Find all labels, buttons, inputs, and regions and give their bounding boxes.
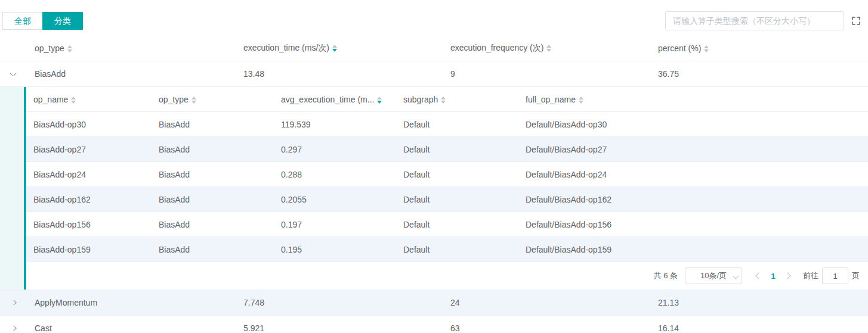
- column-detail-op-type-label: op_type: [159, 95, 189, 104]
- detail-row: BiasAdd-op27 BiasAdd 0.297 Default Defau…: [26, 137, 868, 162]
- expand-row-icon[interactable]: [10, 300, 16, 305]
- sort-carets-execution-time[interactable]: [332, 45, 337, 52]
- table-row-applymomentum: ApplyMomentum 7.748 24 21.13: [0, 290, 868, 316]
- next-page-button[interactable]: [780, 267, 795, 284]
- view-tabs: 全部 分类: [2, 12, 83, 30]
- column-execution-time-label: execution_time (ms/次): [243, 43, 329, 52]
- op-name-value: BiasAdd-op159: [26, 245, 152, 254]
- tab-all[interactable]: 全部: [2, 12, 43, 30]
- op-type-value: BiasAdd: [152, 145, 274, 154]
- search-box: [665, 11, 844, 30]
- column-op-name-label: op_name: [33, 95, 68, 104]
- goto-label: 前往: [803, 270, 818, 281]
- subgraph-value: Default: [396, 145, 518, 154]
- op-type-value: BiasAdd: [152, 170, 274, 179]
- op-type-value: ApplyMomentum: [26, 298, 235, 307]
- detail-row: BiasAdd-op159 BiasAdd 0.195 Default Defa…: [26, 237, 868, 262]
- toolbar: 全部 分类: [0, 0, 868, 36]
- avg-execution-time-value: 0.195: [274, 245, 396, 254]
- op-type-value: BiasAdd: [152, 220, 274, 229]
- tab-category[interactable]: 分类: [42, 12, 83, 30]
- column-percent[interactable]: percent (%): [650, 43, 868, 53]
- goto-page-input[interactable]: [822, 267, 848, 284]
- column-subgraph[interactable]: subgraph: [396, 95, 518, 104]
- sort-carets-op-name[interactable]: [71, 97, 76, 104]
- sort-carets-avg-execution-time[interactable]: [377, 97, 382, 104]
- sort-carets-subgraph[interactable]: [441, 97, 446, 104]
- op-type-table: op_type execution_time (ms/次) execution_…: [0, 36, 868, 333]
- op-name-value: BiasAdd-op24: [26, 170, 152, 179]
- prev-page-button[interactable]: [752, 267, 766, 284]
- subgraph-value: Default: [396, 195, 518, 204]
- page-size-value: 10条/页: [700, 270, 727, 281]
- op-name-value: BiasAdd-op27: [26, 145, 152, 154]
- execution-time-value: 7.748: [235, 298, 442, 307]
- full-op-name-value: Default/BiasAdd-op159: [518, 245, 868, 254]
- pagination: 共 6 条 10条/页 1 前往 页: [26, 262, 868, 290]
- op-type-value: Cast: [26, 323, 235, 333]
- detail-row: BiasAdd-op30 BiasAdd 119.539 Default Def…: [26, 112, 868, 137]
- fullscreen-icon[interactable]: [851, 16, 861, 26]
- percent-value: 21.13: [650, 298, 868, 307]
- avg-execution-time-value: 0.297: [274, 145, 396, 154]
- expand-row-icon[interactable]: [10, 326, 16, 331]
- percent-value: 16.14: [650, 323, 868, 333]
- detail-row: BiasAdd-op24 BiasAdd 0.288 Default Defau…: [26, 162, 868, 187]
- sort-carets-full-op-name[interactable]: [579, 97, 583, 104]
- column-full-op-name[interactable]: full_op_name: [518, 95, 868, 104]
- column-op-name[interactable]: op_name: [26, 95, 152, 104]
- subgraph-value: Default: [396, 120, 518, 129]
- full-op-name-value: Default/BiasAdd-op162: [518, 195, 868, 204]
- op-name-table: op_name op_type avg_execution_time (m...…: [26, 87, 868, 290]
- column-full-op-name-label: full_op_name: [526, 95, 576, 104]
- execution-time-value: 13.48: [235, 69, 442, 79]
- column-op-type[interactable]: op_type: [26, 43, 235, 53]
- execution-frequency-value: 24: [442, 298, 650, 307]
- chevron-left-icon: [755, 272, 762, 279]
- column-percent-label: percent (%): [658, 43, 701, 53]
- sort-carets-percent[interactable]: [704, 45, 709, 52]
- sort-carets-detail-op-type[interactable]: [191, 97, 196, 104]
- full-op-name-value: Default/BiasAdd-op30: [518, 120, 868, 129]
- op-name-value: BiasAdd-op156: [26, 220, 152, 229]
- avg-execution-time-value: 0.2055: [274, 195, 396, 204]
- detail-row: BiasAdd-op162 BiasAdd 0.2055 Default Def…: [26, 187, 868, 212]
- percent-value: 36.75: [650, 69, 868, 79]
- subgraph-value: Default: [396, 245, 518, 254]
- op-name-value: BiasAdd-op30: [26, 120, 152, 129]
- subgraph-value: Default: [396, 170, 518, 179]
- avg-execution-time-value: 0.288: [274, 170, 396, 179]
- search-input[interactable]: [665, 11, 844, 30]
- op-type-table-header: op_type execution_time (ms/次) execution_…: [0, 36, 868, 61]
- chevron-down-icon: [733, 273, 739, 279]
- page-size-select[interactable]: 10条/页: [685, 267, 742, 284]
- full-op-name-value: Default/BiasAdd-op156: [518, 220, 868, 229]
- column-detail-op-type[interactable]: op_type: [152, 95, 274, 104]
- column-avg-execution-time[interactable]: avg_execution_time (m...: [274, 95, 396, 104]
- table-row-cast: Cast 5.921 63 16.14: [0, 316, 868, 333]
- op-name-value: BiasAdd-op162: [26, 195, 152, 204]
- avg-execution-time-value: 0.197: [274, 220, 396, 229]
- op-type-value: BiasAdd: [26, 69, 235, 79]
- column-execution-time[interactable]: execution_time (ms/次): [235, 43, 442, 54]
- column-subgraph-label: subgraph: [403, 95, 438, 104]
- subgraph-value: Default: [396, 220, 518, 229]
- op-type-value: BiasAdd: [152, 195, 274, 204]
- expanded-detail-section: op_name op_type avg_execution_time (m...…: [0, 87, 868, 290]
- column-op-type-label: op_type: [35, 43, 64, 53]
- execution-frequency-value: 9: [442, 69, 650, 79]
- op-type-value: BiasAdd: [152, 245, 274, 254]
- sort-carets-op-type[interactable]: [67, 45, 72, 52]
- execution-time-value: 5.921: [235, 323, 442, 333]
- current-page[interactable]: 1: [766, 272, 780, 281]
- execution-frequency-value: 63: [442, 323, 650, 333]
- column-execution-frequency[interactable]: execution_frequency (次): [442, 43, 650, 54]
- table-row-biasadd: BiasAdd 13.48 9 36.75: [0, 61, 868, 87]
- chevron-right-icon: [784, 272, 790, 279]
- sort-carets-execution-frequency[interactable]: [546, 45, 551, 52]
- column-execution-frequency-label: execution_frequency (次): [450, 43, 543, 52]
- collapse-row-icon[interactable]: [10, 73, 16, 76]
- expand-gutter: [0, 87, 24, 290]
- op-name-table-header: op_name op_type avg_execution_time (m...…: [26, 87, 868, 112]
- full-op-name-value: Default/BiasAdd-op24: [518, 170, 868, 179]
